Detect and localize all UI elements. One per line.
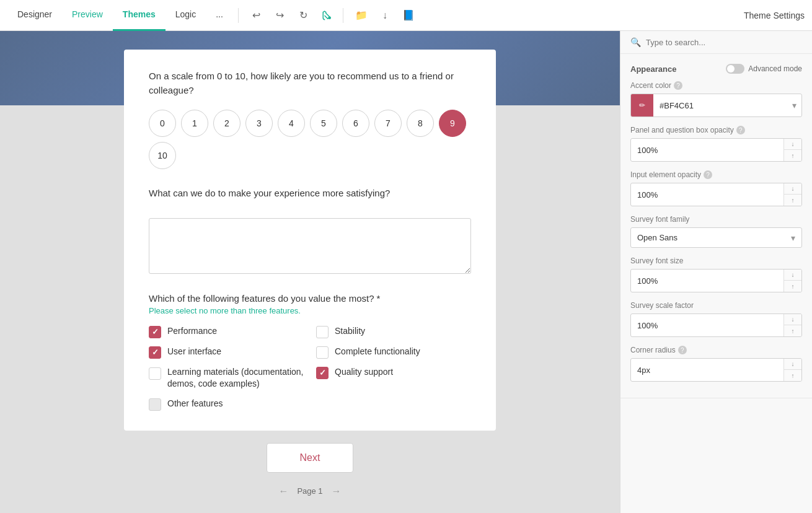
checkbox-other-features-label: Other features (167, 398, 223, 410)
checkbox-performance-label: Performance (167, 325, 217, 338)
scale-factor-down-arrow[interactable]: ↓ (784, 314, 801, 325)
nps-0[interactable]: 0 (149, 110, 176, 137)
font-size-down-arrow[interactable]: ↓ (784, 270, 801, 281)
accent-color-label: Accent color ? (630, 81, 802, 90)
checkbox-complete-functionality[interactable]: Complete functionality (316, 346, 471, 359)
corner-radius-down-arrow[interactable]: ↓ (784, 359, 801, 370)
scale-factor-value[interactable] (631, 316, 783, 335)
panel-opacity-field: Panel and question box opacity ? ↓ ↑ (630, 126, 802, 162)
theme-settings-label: Theme Settings (744, 11, 805, 20)
question2-text: What can we do to make your experience m… (149, 186, 471, 201)
checkbox-other-features[interactable]: Other features (149, 398, 304, 411)
nav-logic[interactable]: Logic (165, 0, 206, 31)
accent-color-input[interactable]: ✏ ▾ (630, 94, 802, 117)
book-button[interactable]: 📘 (398, 5, 419, 26)
download-button[interactable]: ↓ (374, 5, 395, 26)
page-label: Page 1 (297, 486, 322, 496)
nps-2[interactable]: 2 (213, 110, 241, 137)
next-button[interactable]: Next (267, 443, 353, 473)
checkbox-quality-support[interactable]: Quality support (316, 366, 471, 390)
checkbox-learning-materials[interactable]: Learning materials (documentation, demos… (149, 366, 304, 390)
corner-radius-value[interactable] (631, 361, 783, 380)
search-box: 🔍 (620, 31, 812, 54)
input-opacity-arrows: ↓ ↑ (783, 183, 801, 206)
panel-opacity-value[interactable] (631, 141, 783, 160)
folder-button[interactable]: 📁 (351, 5, 372, 26)
nav-divider-2 (343, 8, 343, 23)
scale-factor-up-arrow[interactable]: ↑ (784, 325, 801, 336)
font-family-select[interactable]: Open Sans ▾ (630, 227, 802, 248)
input-opacity-help-icon[interactable]: ? (704, 170, 712, 179)
font-size-up-arrow[interactable]: ↑ (784, 281, 801, 292)
input-opacity-input: ↓ ↑ (630, 183, 802, 206)
nps-5[interactable]: 5 (310, 110, 337, 137)
panel-opacity-up-arrow[interactable]: ↑ (784, 150, 801, 161)
corner-radius-field: Corner radius ? ↓ ↑ (630, 346, 802, 382)
color-dropdown-icon[interactable]: ▾ (787, 100, 801, 110)
search-icon: 🔍 (630, 37, 641, 47)
checkbox-learning-materials-label: Learning materials (documentation, demos… (167, 366, 304, 390)
checkbox-performance[interactable]: Performance (149, 325, 304, 338)
panel-opacity-down-arrow[interactable]: ↓ (784, 139, 801, 150)
corner-radius-input: ↓ ↑ (630, 358, 802, 382)
input-opacity-field: Input element opacity ? ↓ ↑ (630, 170, 802, 206)
panel-opacity-input: ↓ ↑ (630, 138, 802, 162)
accent-color-help-icon[interactable]: ? (674, 81, 682, 90)
page-indicator: ← Page 1 → (275, 483, 345, 500)
checkbox-complete-functionality-box[interactable] (316, 346, 329, 359)
nav-designer[interactable]: Designer (7, 0, 62, 31)
right-panel: 🔍 Appearance Advanced mode Accent color … (620, 31, 812, 513)
appearance-section: Appearance Advanced mode Accent color ? … (620, 54, 812, 398)
nps-9[interactable]: 9 (439, 110, 466, 137)
nps-6[interactable]: 6 (342, 110, 369, 137)
nps-7[interactable]: 7 (374, 110, 402, 137)
prev-page-button[interactable]: ← (275, 483, 292, 500)
question3-hint: Please select no more than three feature… (149, 306, 471, 315)
paint-button[interactable] (317, 5, 338, 26)
panel-opacity-label: Panel and question box opacity ? (630, 126, 802, 134)
font-size-value[interactable] (631, 271, 783, 291)
checkbox-stability[interactable]: Stability (316, 325, 471, 338)
redo-button[interactable]: ↪ (270, 5, 291, 26)
question3-required: * (376, 293, 380, 304)
checkbox-stability-box[interactable] (316, 326, 329, 338)
checkbox-learning-materials-box[interactable] (149, 367, 161, 380)
scale-factor-arrows: ↓ ↑ (783, 314, 801, 336)
nps-8[interactable]: 8 (407, 110, 434, 137)
font-family-field: Survey font family Open Sans ▾ (630, 215, 802, 248)
font-family-dropdown-icon[interactable]: ▾ (785, 233, 801, 243)
color-swatch[interactable]: ✏ (631, 94, 653, 116)
checkbox-performance-box[interactable] (149, 326, 161, 338)
nps-4[interactable]: 4 (278, 110, 305, 137)
undo-button[interactable]: ↩ (246, 5, 267, 26)
checkbox-quality-support-label: Quality support (335, 366, 393, 379)
checkbox-quality-support-box[interactable] (316, 367, 329, 379)
nav-tools: ↩ ↪ ↻ (246, 5, 338, 26)
refresh-button[interactable]: ↻ (293, 5, 314, 26)
input-opacity-up-arrow[interactable]: ↑ (784, 195, 801, 206)
color-value-input[interactable] (653, 101, 787, 110)
font-family-value: Open Sans (631, 228, 785, 247)
advanced-mode-switch[interactable] (726, 64, 744, 74)
nav-right-tools: 📁 ↓ 📘 (351, 5, 419, 26)
nav-more[interactable]: ... (206, 0, 233, 31)
nps-3[interactable]: 3 (245, 110, 273, 137)
checkbox-other-features-box[interactable] (149, 398, 161, 411)
checkbox-user-interface[interactable]: User interface (149, 346, 304, 359)
search-input[interactable] (646, 38, 802, 47)
nav-preview[interactable]: Preview (62, 0, 113, 31)
corner-radius-label: Corner radius ? (630, 346, 802, 354)
question3-text: Which of the following features do you v… (149, 293, 374, 304)
input-opacity-value[interactable] (631, 185, 783, 204)
checkbox-grid: Performance Stability User interface Com… (149, 325, 471, 411)
next-page-button[interactable]: → (328, 483, 345, 500)
nps-1[interactable]: 1 (181, 110, 208, 137)
corner-radius-up-arrow[interactable]: ↑ (784, 370, 801, 381)
satisfaction-textarea[interactable] (149, 218, 471, 274)
panel-opacity-help-icon[interactable]: ? (736, 126, 745, 134)
input-opacity-down-arrow[interactable]: ↓ (784, 183, 801, 195)
corner-radius-help-icon[interactable]: ? (678, 346, 687, 354)
nps-10[interactable]: 10 (149, 142, 176, 169)
nav-themes[interactable]: Themes (113, 0, 165, 31)
checkbox-user-interface-box[interactable] (149, 346, 161, 359)
